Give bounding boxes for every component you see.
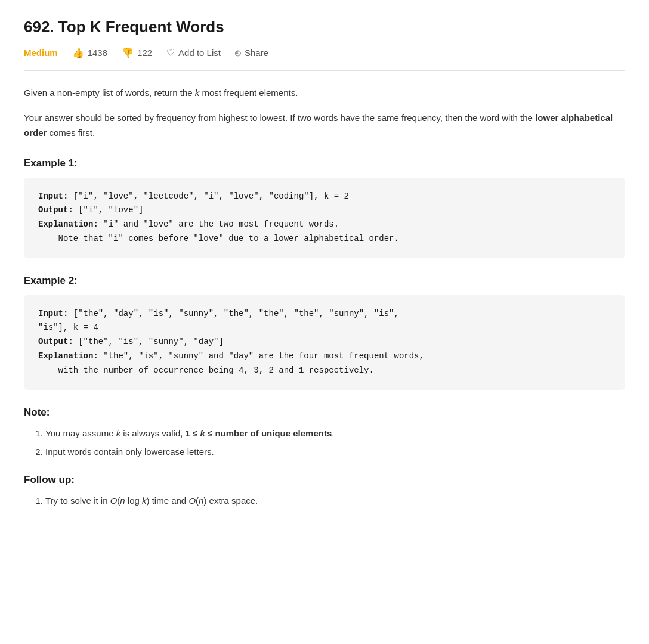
meta-bar: Medium 👍 1438 👎 122 ♡ Add to List ⎋ Shar… — [24, 47, 625, 71]
example2-code-block: Input: ["the", "day", "is", "sunny", "th… — [24, 295, 625, 390]
description-line-1: Given a non-empty list of words, return … — [24, 85, 625, 101]
example1-output-label: Output: — [38, 205, 73, 215]
example2-output-label: Output: — [38, 337, 73, 346]
example1-explanation-label: Explanation: — [38, 219, 98, 229]
example1-input-label: Input: — [38, 191, 68, 201]
example1-code-block: Input: ["i", "love", "leetcode", "i", "l… — [24, 178, 625, 258]
follow-up-item-1: Try to solve it in O(n log k) time and O… — [45, 493, 625, 509]
dislikes-count: 122 — [137, 48, 152, 58]
note-item-1: You may assume k is always valid, 1 ≤ k … — [45, 426, 625, 441]
share-button[interactable]: ⎋ Share — [235, 48, 268, 58]
example-1-section: Example 1: Input: ["i", "love", "leetcod… — [24, 157, 625, 258]
share-icon: ⎋ — [235, 48, 241, 58]
thumbs-up-icon: 👍 — [72, 47, 84, 58]
follow-up-list: Try to solve it in O(n log k) time and O… — [24, 493, 625, 509]
follow-up-title: Follow up: — [24, 474, 625, 486]
example2-input-label: Input: — [38, 309, 68, 318]
difficulty-badge[interactable]: Medium — [24, 48, 58, 58]
description-line-2: Your answer should be sorted by frequenc… — [24, 110, 625, 141]
share-label: Share — [245, 48, 268, 58]
example2-input-value: ["the", "day", "is", "sunny", "the", "th… — [38, 309, 399, 333]
likes-button[interactable]: 👍 1438 — [72, 47, 107, 58]
example1-input-value: ["i", "love", "leetcode", "i", "love", "… — [68, 191, 348, 201]
example2-title: Example 2: — [24, 275, 625, 287]
example-2-section: Example 2: Input: ["the", "day", "is", "… — [24, 275, 625, 390]
example2-explanation-label: Explanation: — [38, 351, 98, 361]
add-to-list-button[interactable]: ♡ Add to List — [166, 47, 221, 58]
note-list: You may assume k is always valid, 1 ≤ k … — [24, 426, 625, 460]
note-title: Note: — [24, 407, 625, 419]
example2-output-value: ["the", "is", "sunny", "day"] — [73, 337, 224, 346]
follow-up-section: Follow up: Try to solve it in O(n log k)… — [24, 474, 625, 509]
example1-output-value: ["i", "love"] — [73, 205, 144, 215]
note-item-2: Input words contain only lowercase lette… — [45, 444, 625, 460]
example1-title: Example 1: — [24, 157, 625, 169]
example1-note: Note that "i" comes before "love" due to… — [38, 234, 399, 243]
thumbs-down-icon: 👎 — [122, 47, 134, 58]
description-section: Given a non-empty list of words, return … — [24, 85, 625, 141]
problem-title: 692. Top K Frequent Words — [24, 18, 625, 36]
example2-explanation-value: "the", "is", "sunny" and "day" are the f… — [98, 351, 424, 361]
add-to-list-label: Add to List — [178, 48, 221, 58]
likes-count: 1438 — [88, 48, 107, 58]
note-section: Note: You may assume k is always valid, … — [24, 407, 625, 460]
dislikes-button[interactable]: 👎 122 — [122, 47, 152, 58]
example1-explanation-value: "i" and "love" are the two most frequent… — [98, 219, 339, 229]
example2-note: with the number of occurrence being 4, 3… — [38, 366, 374, 375]
heart-icon: ♡ — [166, 47, 175, 58]
